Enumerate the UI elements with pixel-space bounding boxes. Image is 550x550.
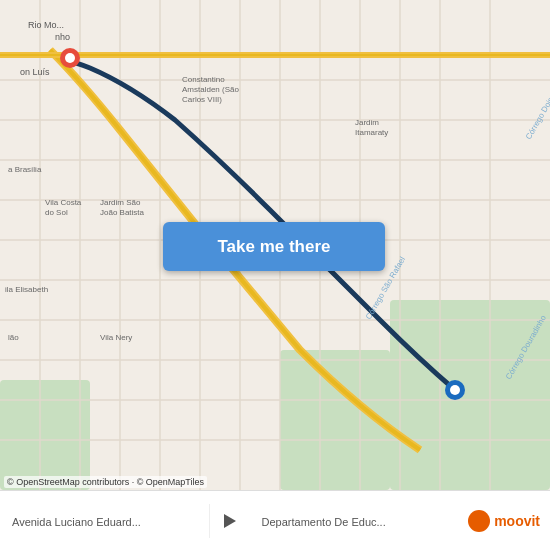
map-container: Rio Mo... nho on Luís Constantino Amstal… — [0, 0, 550, 490]
svg-text:Carlos VIII): Carlos VIII) — [182, 95, 222, 104]
destination-section: Departamento De Educ... — [250, 504, 459, 538]
moovit-circle-icon — [468, 510, 490, 532]
bottom-bar: Avenida Luciano Eduard... Departamento D… — [0, 490, 550, 550]
svg-text:lão: lão — [8, 333, 19, 342]
svg-text:Itamaraty: Itamaraty — [355, 128, 388, 137]
svg-text:Vila Costa: Vila Costa — [45, 198, 82, 207]
svg-text:on Luís: on Luís — [20, 67, 50, 77]
origin-label: Avenida Luciano Eduard... — [12, 516, 141, 528]
svg-text:nho: nho — [55, 32, 70, 42]
svg-text:Jardim São: Jardim São — [100, 198, 141, 207]
svg-text:Rio Mo...: Rio Mo... — [28, 20, 64, 30]
svg-point-49 — [65, 53, 75, 63]
svg-text:Vila Nery: Vila Nery — [100, 333, 132, 342]
svg-text:João Batista: João Batista — [100, 208, 145, 217]
arrow-right-icon — [224, 514, 236, 528]
svg-text:Amstalden (São: Amstalden (São — [182, 85, 239, 94]
svg-text:a Brasília: a Brasília — [8, 165, 42, 174]
origin-section: Avenida Luciano Eduard... — [0, 504, 210, 538]
svg-rect-1 — [390, 300, 550, 490]
moovit-brand-text: moovit — [494, 513, 540, 529]
svg-rect-3 — [0, 380, 90, 490]
svg-text:Constantino: Constantino — [182, 75, 225, 84]
svg-text:do Sol: do Sol — [45, 208, 68, 217]
svg-point-51 — [450, 385, 460, 395]
destination-label: Departamento De Educ... — [262, 516, 386, 528]
map-attribution: © OpenStreetMap contributors · © OpenMap… — [4, 476, 207, 488]
moovit-logo: moovit — [458, 510, 550, 532]
svg-text:ila Elisabeth: ila Elisabeth — [5, 285, 48, 294]
svg-text:Jardim: Jardim — [355, 118, 379, 127]
route-arrow — [210, 514, 250, 528]
take-me-there-button[interactable]: Take me there — [163, 222, 385, 271]
